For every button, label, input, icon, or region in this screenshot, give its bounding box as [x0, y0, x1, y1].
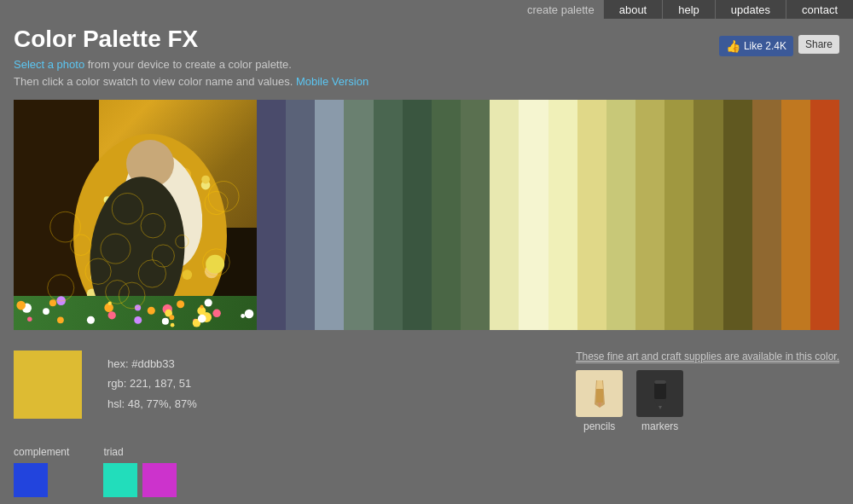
description-text2: Then click a color swatch to view color … [14, 75, 296, 88]
facebook-thumb-icon: 👍 [726, 39, 740, 53]
mobile-version-link[interactable]: Mobile Version [296, 75, 368, 88]
nav-updates[interactable]: updates [715, 0, 786, 19]
like-button[interactable]: 👍 Like 2.4K [719, 36, 793, 56]
artwork-canvas [14, 100, 257, 330]
swatch-16[interactable] [723, 100, 752, 330]
svg-marker-1 [596, 380, 603, 389]
complement-group: complement [14, 446, 69, 497]
swatch-11[interactable] [577, 100, 606, 330]
swatch-5[interactable] [403, 100, 432, 330]
swatch-3[interactable] [344, 100, 373, 330]
hex-value: #ddbb33 [131, 357, 175, 370]
swatch-9[interactable] [519, 100, 548, 330]
select-photo-link[interactable]: Select a photo [14, 58, 84, 71]
swatch-13[interactable] [635, 100, 664, 330]
share-button[interactable]: Share [798, 35, 839, 54]
create-palette-link[interactable]: create palette [519, 2, 603, 18]
color-values: hex: #ddbb33 rgb: 221, 187, 51 hsl: 48, … [107, 354, 197, 414]
rgb-label: rgb: [107, 377, 130, 390]
rgb-value: 221, 187, 51 [130, 377, 191, 390]
swatch-17[interactable] [752, 100, 781, 330]
supplies-section: These fine art and craft supplies are av… [576, 350, 839, 432]
swatch-6[interactable] [432, 100, 461, 330]
triad-swatch-2[interactable] [142, 463, 177, 497]
description-line2: Then click a color swatch to view color … [14, 73, 368, 90]
hsl-value-row: hsl: 48, 77%, 87% [107, 394, 197, 414]
svg-rect-7 [654, 380, 666, 384]
swatch-4[interactable] [374, 100, 403, 330]
swatch-0[interactable] [257, 100, 286, 330]
pencil-svg [584, 379, 615, 409]
svg-rect-3 [596, 389, 603, 403]
swatch-10[interactable] [548, 100, 577, 330]
swatch-14[interactable] [664, 100, 693, 330]
hsl-label: hsl: [107, 397, 128, 410]
swatch-15[interactable] [693, 100, 722, 330]
like-count: Like 2.4K [744, 40, 786, 52]
selected-color-box[interactable] [14, 350, 82, 419]
main-artwork-image[interactable] [14, 100, 257, 330]
swatch-12[interactable] [606, 100, 635, 330]
marker-svg [647, 379, 673, 409]
rgb-value-row: rgb: 221, 187, 51 [107, 374, 197, 393]
svg-marker-6 [659, 406, 662, 409]
pencils-supply-item[interactable]: pencils [576, 370, 623, 432]
description-text1: from your device to create a color palet… [88, 58, 292, 71]
app-title: Color Palette FX [14, 26, 368, 53]
triad-label: triad [103, 446, 177, 458]
nav-contact[interactable]: contact [786, 0, 853, 19]
triad-colors [103, 463, 177, 497]
triad-swatch-1[interactable] [103, 463, 137, 497]
top-navigation: create palette about help updates contac… [0, 0, 853, 19]
complement-colors [14, 463, 69, 497]
triad-group: triad [103, 446, 177, 497]
supplies-link[interactable]: These fine art and craft supplies are av… [576, 350, 839, 363]
markers-supply-item[interactable]: markers [636, 370, 683, 432]
swatch-2[interactable] [315, 100, 344, 330]
svg-marker-5 [654, 399, 666, 406]
swatch-7[interactable] [461, 100, 490, 330]
color-info-section: hex: #ddbb33 rgb: 221, 187, 51 hsl: 48, … [0, 337, 853, 439]
swatch-18[interactable] [781, 100, 810, 330]
complement-label: complement [14, 446, 69, 458]
hex-label: hex: [107, 357, 131, 370]
nav-help[interactable]: help [662, 0, 715, 19]
swatch-19[interactable] [810, 100, 839, 330]
pencils-label: pencils [583, 420, 615, 432]
hex-value-row: hex: #ddbb33 [107, 354, 197, 374]
color-swatches-container [257, 100, 839, 330]
hsl-value: 48, 77%, 87% [128, 397, 197, 410]
swatch-8[interactable] [490, 100, 519, 330]
supplies-items: pencils markers [576, 370, 683, 432]
palette-section [14, 100, 839, 330]
swatch-1[interactable] [286, 100, 315, 330]
markers-icon[interactable] [636, 370, 683, 417]
header: Color Palette FX Select a photo from you… [0, 19, 853, 93]
pencils-icon[interactable] [576, 370, 623, 417]
markers-label: markers [641, 420, 678, 432]
harmonies-section: complement triad [0, 439, 853, 504]
header-left: Color Palette FX Select a photo from you… [14, 26, 368, 90]
like-share-area: 👍 Like 2.4K Share [719, 32, 839, 56]
description-line1: Select a photo from your device to creat… [14, 56, 368, 73]
nav-about[interactable]: about [603, 0, 663, 19]
complement-swatch-1[interactable] [14, 463, 48, 497]
